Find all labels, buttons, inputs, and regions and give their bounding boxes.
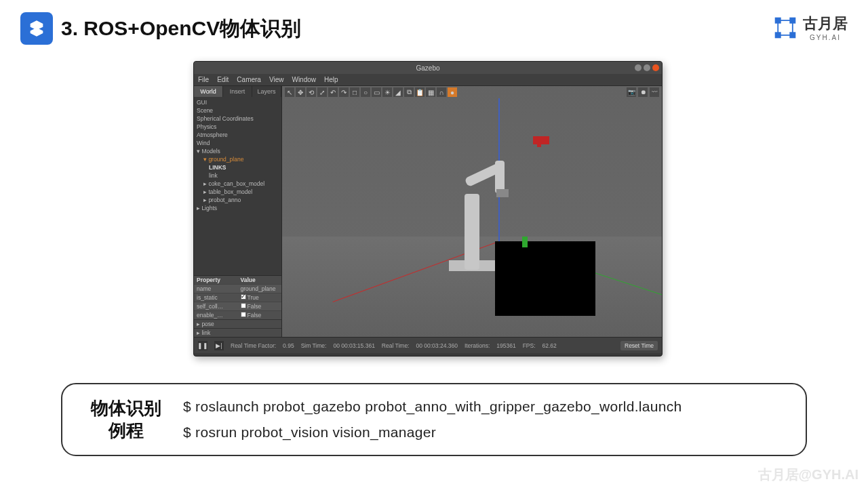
plot-icon[interactable]: 〰 <box>650 87 659 97</box>
slide-header: 3. ROS+OpenCV物体识别 <box>0 0 868 45</box>
screenshot-icon[interactable]: ● <box>448 87 457 97</box>
gazebo-window: Gazebo File Edit Camera View Window Help… <box>193 61 663 357</box>
step-icon[interactable]: ▶| <box>214 341 224 350</box>
copy-icon[interactable]: ⧉ <box>404 87 414 97</box>
brand-text: 古月居 <box>803 15 848 32</box>
tree-models: ▾ Models <box>197 147 279 155</box>
magnet-icon[interactable]: ∩ <box>437 87 446 97</box>
tab-layers[interactable]: Layers <box>252 86 281 97</box>
robot-gripper <box>496 189 509 197</box>
move-icon[interactable]: ✥ <box>296 87 305 97</box>
brand-subtext: GYH.AI <box>803 34 848 41</box>
sphere-icon[interactable]: ○ <box>361 87 370 97</box>
tab-world[interactable]: World <box>194 86 223 97</box>
slide-title: 3. ROS+OpenCV物体识别 <box>61 15 301 43</box>
menu-view[interactable]: View <box>269 76 284 83</box>
real-label: Real Time: <box>382 342 410 349</box>
tree-item: ▸ table_box_model <box>197 188 279 196</box>
iter-value: 195361 <box>496 342 515 349</box>
tree-link[interactable]: link <box>197 171 279 180</box>
paste-icon[interactable]: 📋 <box>415 87 425 97</box>
example-title: 物体识别例程 <box>85 397 167 441</box>
menu-edit[interactable]: Edit <box>217 76 229 83</box>
camera-icon[interactable]: 📷 <box>627 87 636 97</box>
light-icon[interactable]: ☀ <box>382 87 392 97</box>
watermark: 古月居@GYH.AI <box>758 466 859 484</box>
scale-icon[interactable]: ⤢ <box>317 87 327 97</box>
3d-viewport[interactable]: ↖ ✥ ⟲ ⤢ ↶ ↷ □ ○ ▭ ☀ ◢ ⧉ 📋 ▦ ∩ ● 📷 ⏺ 〰 <box>282 86 662 337</box>
box-icon[interactable]: □ <box>350 87 359 97</box>
tree-item[interactable]: Physics <box>197 123 279 131</box>
rtf-value: 0.95 <box>283 342 294 349</box>
command-1: $ roslaunch probot_gazebo probot_anno_wi… <box>183 394 682 420</box>
example-box: 物体识别例程 $ roslaunch probot_gazebo probot_… <box>61 383 807 456</box>
snap-icon[interactable]: ▦ <box>426 87 435 97</box>
undo-icon[interactable]: ↶ <box>328 87 338 97</box>
table-box <box>495 241 595 316</box>
viewport-toolbar: ↖ ✥ ⟲ ⤢ ↶ ↷ □ ○ ▭ ☀ ◢ ⧉ 📋 ▦ ∩ ● <box>285 87 457 97</box>
real-value: 00 00:03:24.360 <box>416 342 457 349</box>
example-commands: $ roslaunch probot_gazebo probot_anno_wi… <box>183 394 682 445</box>
tree-lights: ▸ Lights <box>197 204 279 212</box>
cylinder-icon[interactable]: ▭ <box>372 87 381 97</box>
window-titlebar[interactable]: Gazebo <box>194 62 662 74</box>
red-marker <box>533 136 549 144</box>
tree-links[interactable]: LINKS <box>197 163 279 171</box>
rotate-icon[interactable]: ⟲ <box>307 87 316 97</box>
spot-icon[interactable]: ◢ <box>393 87 403 97</box>
checkbox-icon[interactable] <box>241 312 246 317</box>
checkbox-icon[interactable] <box>241 303 246 308</box>
fps-value: 62.62 <box>542 342 557 349</box>
iter-label: Iterations: <box>465 342 490 349</box>
pause-icon[interactable]: ❚❚ <box>198 341 208 350</box>
coke-can <box>522 237 528 247</box>
sidebar-panel: World Insert Layers GUI Scene Spherical … <box>194 86 282 337</box>
rtf-label: Real Time Factor: <box>231 342 276 349</box>
tree-item: ▸ probot_anno <box>197 196 279 204</box>
tab-insert[interactable]: Insert <box>223 86 252 97</box>
expander-link[interactable]: ▸ link <box>194 328 281 337</box>
property-grid: PropertyValue nameground_plane is_static… <box>194 275 281 337</box>
command-2: $ rosrun probot_vision vision_manager <box>183 420 682 445</box>
tree-item[interactable]: GUI <box>197 98 279 106</box>
close-icon[interactable] <box>652 64 659 71</box>
scene-3d[interactable] <box>282 98 662 337</box>
tree-item: ▸ coke_can_box_model <box>197 180 279 188</box>
menu-camera[interactable]: Camera <box>237 76 261 83</box>
tree-item[interactable]: Atmosphere <box>197 131 279 139</box>
sim-label: Sim Time: <box>301 342 327 349</box>
menu-bar: File Edit Camera View Window Help <box>194 74 662 86</box>
tree-item[interactable]: Scene <box>197 106 279 115</box>
minimize-icon[interactable] <box>635 64 642 71</box>
menu-file[interactable]: File <box>198 76 209 83</box>
tree-selected: ▾ ground_plane <box>197 155 279 163</box>
checkbox-icon[interactable] <box>241 294 246 300</box>
fps-label: FPS: <box>523 342 536 349</box>
status-bar: ❚❚ ▶| Real Time Factor: 0.95 Sim Time: 0… <box>194 337 662 353</box>
redo-icon[interactable]: ↷ <box>339 87 349 97</box>
cursor-icon[interactable]: ↖ <box>285 87 294 97</box>
expander-pose[interactable]: ▸ pose <box>194 319 281 328</box>
world-tree[interactable]: GUI Scene Spherical Coordinates Physics … <box>194 97 281 275</box>
menu-help[interactable]: Help <box>324 76 338 83</box>
menu-window[interactable]: Window <box>292 76 316 83</box>
robot-column <box>465 194 479 270</box>
tree-item[interactable]: Wind <box>197 139 279 147</box>
sim-value: 00 00:03:15.361 <box>333 342 374 349</box>
brand-logo: 古月居 GYH.AI <box>773 14 848 41</box>
reset-time-button[interactable]: Reset Time <box>620 341 658 350</box>
logo-icon <box>20 12 53 45</box>
robot-forearm <box>495 161 505 193</box>
record-icon[interactable]: ⏺ <box>638 87 648 97</box>
maximize-icon[interactable] <box>644 64 650 71</box>
window-title: Gazebo <box>416 64 439 72</box>
tree-item[interactable]: Spherical Coordinates <box>197 115 279 123</box>
